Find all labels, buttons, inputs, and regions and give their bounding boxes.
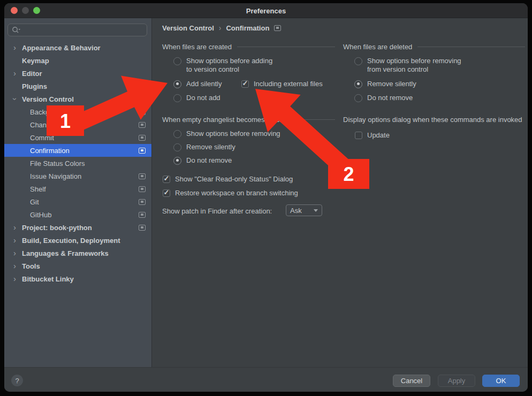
checkbox-checked-icon[interactable] (163, 189, 170, 197)
breadcrumb-parent[interactable]: Version Control (162, 24, 214, 32)
sidebar-item-version-control[interactable]: Version Control (4, 93, 151, 105)
radio-show-options-before-removing[interactable]: Show options before removing from versio… (354, 57, 461, 74)
patch-in-finder-dropdown[interactable]: Ask (286, 204, 322, 216)
chevron-right-icon[interactable] (13, 224, 22, 231)
checkbox-label: Show "Clear Read-only Status" Dialog (175, 175, 293, 184)
group-title-empty-changelist: When empty changelist becomes inactive (162, 115, 335, 124)
sidebar-item-keymap[interactable]: Keymap (4, 54, 151, 67)
radio-do-not-remove-changelist[interactable]: Do not remove (173, 156, 232, 165)
sidebar-item-confirmation[interactable]: Confirmation (4, 144, 151, 157)
chevron-right-icon[interactable] (13, 250, 22, 256)
sidebar-item-label: Appearance & Behavior (22, 44, 101, 52)
radio-icon[interactable] (173, 130, 181, 138)
search-history-arrow-icon (19, 29, 21, 30)
radio-icon[interactable] (354, 94, 362, 102)
radio-do-not-remove[interactable]: Do not remove (354, 94, 413, 102)
sidebar-item-label: Keymap (22, 57, 49, 65)
sidebar-item-shelf[interactable]: Shelf (4, 182, 151, 195)
checkbox-show-clear-readonly-dialog[interactable]: Show "Clear Read-only Status" Dialog (163, 175, 293, 184)
chevron-right-icon[interactable] (13, 44, 22, 51)
sidebar-item-plugins[interactable]: Plugins (4, 80, 151, 93)
radio-selected-icon[interactable] (173, 80, 181, 88)
radio-label: Show options before removing (186, 130, 280, 138)
sidebar-item-git[interactable]: Git (4, 195, 151, 208)
sidebar-item-label: Confirmation (30, 147, 70, 155)
chevron-right-icon[interactable] (13, 276, 22, 282)
sidebar-item-issue-navigation[interactable]: Issue Navigation (4, 170, 151, 182)
sidebar-item-appearance-behavior[interactable]: Appearance & Behavior (4, 41, 151, 54)
close-window-icon[interactable] (11, 7, 18, 14)
sidebar-item-background[interactable]: Background (4, 105, 151, 118)
display-options-label: Display options dialog when these comman… (343, 116, 528, 124)
screen-icon (139, 225, 146, 231)
search-input[interactable] (7, 24, 147, 36)
radio-add-silently[interactable]: Add silently (173, 80, 222, 88)
title-bar: Preferences (4, 3, 528, 18)
dialog-footer: ? Cancel Apply OK (4, 367, 528, 392)
sidebar-item-github[interactable]: GitHub (4, 208, 151, 221)
sidebar-item-commit[interactable]: Commit (4, 131, 151, 144)
radio-label: Do not remove (186, 156, 232, 165)
chevron-right-icon[interactable] (13, 263, 22, 269)
radio-icon[interactable] (354, 57, 362, 65)
sidebar-item-build-execution-deployment[interactable]: Build, Execution, Deployment (4, 234, 151, 247)
checkbox-checked-icon[interactable] (241, 80, 249, 88)
screen-icon (139, 148, 146, 154)
sidebar-item-label: Languages & Frameworks (22, 249, 109, 257)
minimize-window-icon (22, 7, 29, 14)
chevron-right-icon[interactable] (13, 70, 22, 77)
patch-in-finder-label: Show patch in Finder after creation: (162, 207, 272, 215)
screen-icon (139, 122, 146, 128)
radio-label: Do not add (186, 94, 221, 102)
sidebar-item-label: Commit (30, 134, 54, 142)
sidebar-item-tools[interactable]: Tools (4, 260, 151, 272)
checkbox-checked-icon[interactable] (163, 176, 170, 183)
group-title-files-deleted: When files are deleted (343, 42, 525, 51)
radio-do-not-add[interactable]: Do not add (173, 94, 221, 102)
radio-show-options-before-adding[interactable]: Show options before adding to version co… (173, 57, 272, 74)
sidebar-item-project-book-python[interactable]: Project: book-python (4, 221, 151, 234)
checkbox-label: Including external files (254, 80, 323, 88)
sidebar-item-languages-frameworks[interactable]: Languages & Frameworks (4, 247, 151, 260)
ok-button[interactable]: OK (482, 375, 520, 387)
sidebar-item-label: Plugins (22, 82, 47, 90)
breadcrumb-separator-icon (219, 24, 222, 32)
checkbox-restore-workspace[interactable]: Restore workspace on branch switching (163, 189, 298, 197)
checkbox-including-external-files[interactable]: Including external files (241, 80, 323, 88)
screen-icon (139, 212, 146, 218)
sidebar-item-label: Version Control (22, 95, 74, 103)
sidebar-item-label: File Status Colors (30, 159, 85, 167)
window-content: Appearance & Behavior Keymap Editor Plug… (4, 18, 528, 392)
cancel-button[interactable]: Cancel (393, 375, 430, 387)
screen-icon (139, 109, 146, 115)
apply-button: Apply (438, 375, 475, 387)
radio-selected-icon[interactable] (354, 80, 362, 88)
radio-icon[interactable] (173, 143, 181, 151)
settings-sidebar: Appearance & Behavior Keymap Editor Plug… (4, 18, 152, 367)
sidebar-item-bitbucket-linky[interactable]: Bitbucket Linky (4, 272, 151, 285)
sidebar-item-editor[interactable]: Editor (4, 67, 151, 80)
radio-icon[interactable] (173, 57, 181, 65)
radio-selected-icon[interactable] (173, 157, 181, 165)
radio-remove-silently[interactable]: Remove silently (354, 80, 416, 88)
radio-icon[interactable] (173, 94, 181, 102)
chevron-right-icon[interactable] (13, 237, 22, 243)
checkbox-update[interactable]: Update (355, 131, 390, 140)
radio-show-options-before-removing-changelist[interactable]: Show options before removing (173, 130, 280, 138)
sidebar-item-label: Bitbucket Linky (22, 275, 74, 283)
sidebar-item-file-status-colors[interactable]: File Status Colors (4, 157, 151, 170)
zoom-window-icon[interactable] (33, 7, 40, 14)
help-button[interactable]: ? (11, 375, 23, 386)
dropdown-value: Ask (290, 207, 302, 215)
sidebar-item-label: Build, Execution, Deployment (22, 237, 120, 245)
preferences-window: Preferences Appearance & Behavior (4, 3, 528, 392)
group-title-files-created: When files are created (162, 42, 335, 51)
sidebar-item-changelists[interactable]: Changelists (4, 118, 151, 131)
screen-icon (139, 199, 146, 205)
checkbox-unchecked-icon[interactable] (355, 132, 362, 139)
chevron-down-icon[interactable] (13, 96, 22, 102)
radio-label: Show options before removing from versio… (367, 57, 461, 74)
radio-remove-silently-changelist[interactable]: Remove silently (173, 143, 235, 151)
sidebar-item-label: GitHub (30, 211, 51, 219)
breadcrumb: Version Control Confirmation (162, 22, 281, 33)
